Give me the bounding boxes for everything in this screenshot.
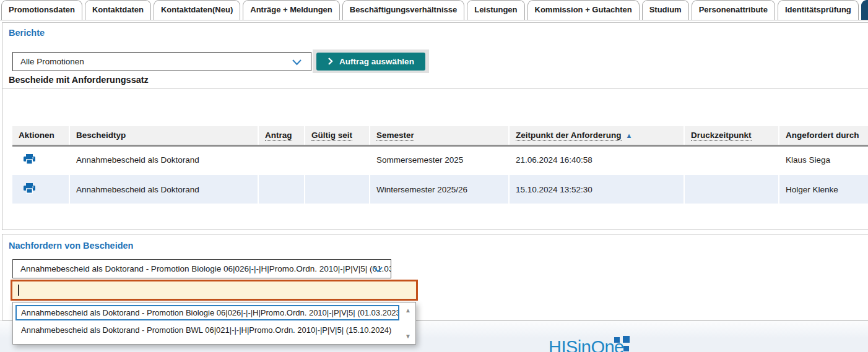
cell-bescheidtyp: Annahmebescheid als Doktorand (69, 174, 258, 204)
col-header-aktionen: Aktionen (12, 126, 69, 145)
sort-antrag[interactable]: Antrag (265, 131, 292, 141)
col-header-angefordert-durch-label: Angefordert durch (786, 131, 859, 140)
report-select[interactable]: Alle Promotionen (12, 52, 311, 71)
printer-icon (24, 157, 35, 166)
option-bescheid-bwl[interactable]: Annahmebescheid als Doktorand - Promotio… (13, 323, 415, 335)
cell-antrag (258, 174, 305, 204)
chevron-down-icon (373, 266, 383, 273)
cell-zeitpunkt-der-anforderung: 21.06.2024 16:40:58 (509, 145, 684, 174)
cell-angefordert-durch: Holger Klenke (779, 174, 868, 204)
tab-beschaeftigungsverhaeltnisse[interactable]: Beschäftigungsverhältnisse (342, 0, 464, 20)
print-button[interactable] (24, 183, 35, 194)
table-row: Annahmebescheid als Doktorand Winterseme… (12, 174, 868, 204)
logo-square-icon (623, 336, 630, 343)
cell-druckzeitpunkt (684, 174, 779, 204)
tab-kommission-gutachten[interactable]: Kommission + Gutachten (527, 0, 640, 20)
bescheide-table: Aktionen Bescheidtyp Antrag Gültig seit … (12, 126, 868, 204)
chevron-down-icon (292, 59, 302, 66)
tab-antraege-meldungen[interactable]: Anträge + Meldungen (243, 0, 340, 20)
col-header-gueltig-seit: Gültig seit (305, 126, 370, 145)
col-header-semester: Semester (370, 126, 509, 145)
hisinone-logo: HISinOne (549, 337, 624, 352)
print-button[interactable] (24, 154, 35, 165)
col-header-bescheidtyp: Bescheidtyp (69, 126, 258, 145)
cell-bescheidtyp: Annahmebescheid als Doktorand (69, 145, 258, 174)
text-caret (18, 285, 19, 296)
tab-kontaktdaten-neu[interactable]: Kontaktdaten(Neu) (154, 0, 240, 20)
logo-square-icon (623, 346, 629, 351)
cell-gueltig-seit (305, 174, 370, 204)
col-header-angefordert-durch: Angefordert durch (779, 126, 868, 145)
tab-identitaetspruefung[interactable]: Identitätsprüfung (778, 0, 859, 20)
logo-square-icon (614, 337, 620, 343)
bescheid-option-list: Annahmebescheid als Doktorand - Promotio… (12, 302, 416, 345)
auftrag-auswaehlen-button[interactable]: Auftrag auswählen (316, 53, 425, 71)
berichte-panel-title: Berichte (9, 28, 45, 38)
table-header-row: Aktionen Bescheidtyp Antrag Gültig seit … (12, 126, 868, 145)
col-header-antrag: Antrag (258, 126, 305, 145)
tab-studium[interactable]: Studium (642, 0, 689, 20)
col-header-aktionen-label: Aktionen (19, 131, 54, 140)
tab-personenattribute[interactable]: Personenattribute (692, 0, 775, 20)
table-row: Annahmebescheid als Doktorand Sommerseme… (12, 145, 868, 174)
tab-berichte[interactable]: Berichte (861, 0, 868, 20)
cell-semester: Wintersemester 2025/26 (370, 174, 509, 204)
tab-kontaktdaten[interactable]: Kontaktdaten (85, 0, 151, 20)
tab-leistungen[interactable]: Leistungen (467, 0, 524, 20)
nachfordern-panel-title: Nachfordern von Bescheiden (9, 241, 133, 251)
cell-aktionen (12, 174, 69, 204)
berichte-panel: Berichte Alle Promotionen Auftrag auswäh… (2, 22, 868, 230)
report-select-value: Alle Promotionen (13, 53, 311, 71)
scroll-up-icon[interactable]: ▲ (405, 307, 411, 314)
bescheid-select-value: Annahmebescheid als Doktorand - Promotio… (13, 260, 391, 278)
section-divider (2, 88, 868, 89)
sort-semester[interactable]: Semester (376, 131, 414, 141)
bescheid-filter-input[interactable] (12, 281, 416, 299)
cell-gueltig-seit (305, 145, 370, 174)
bescheide-section-title: Bescheide mit Anforderungssatz (9, 75, 149, 85)
cell-zeitpunkt-der-anforderung: 15.10.2024 13:52:30 (509, 174, 684, 204)
auftrag-auswaehlen-label: Auftrag auswählen (339, 57, 414, 66)
sort-ascending-icon: ▲ (626, 132, 633, 139)
col-header-druckzeitpunkt: Druckzeitpunkt (684, 126, 779, 145)
bescheid-select[interactable]: Annahmebescheid als Doktorand - Promotio… (12, 259, 391, 278)
tab-bar: Promotionsdaten Kontaktdaten Kontaktdate… (0, 0, 868, 20)
bescheid-filter-input-wrap (11, 280, 418, 301)
sort-druckzeitpunkt[interactable]: Druckzeitpunkt (691, 131, 752, 141)
tab-promotionsdaten[interactable]: Promotionsdaten (1, 0, 82, 20)
cell-antrag (258, 145, 305, 174)
chevron-right-icon (328, 57, 333, 66)
sort-gueltig-seit[interactable]: Gültig seit (311, 131, 352, 141)
scroll-down-icon[interactable]: ▼ (405, 333, 411, 340)
submit-button-panel: Auftrag auswählen (313, 49, 429, 73)
option-bescheid-biologie[interactable]: Annahmebescheid als Doktorand - Promotio… (15, 305, 399, 320)
cell-druckzeitpunkt (684, 145, 779, 174)
printer-icon (24, 186, 35, 195)
col-header-zeitpunkt-der-anforderung: Zeitpunkt der Anforderung▲ (509, 126, 684, 145)
cell-angefordert-durch: Klaus Siega (779, 145, 868, 174)
cell-semester: Sommersemester 2025 (370, 145, 509, 174)
cell-aktionen (12, 145, 69, 174)
sort-zeitpunkt-der-anforderung[interactable]: Zeitpunkt der Anforderung (516, 131, 622, 141)
col-header-bescheidtyp-label: Bescheidtyp (76, 131, 126, 140)
